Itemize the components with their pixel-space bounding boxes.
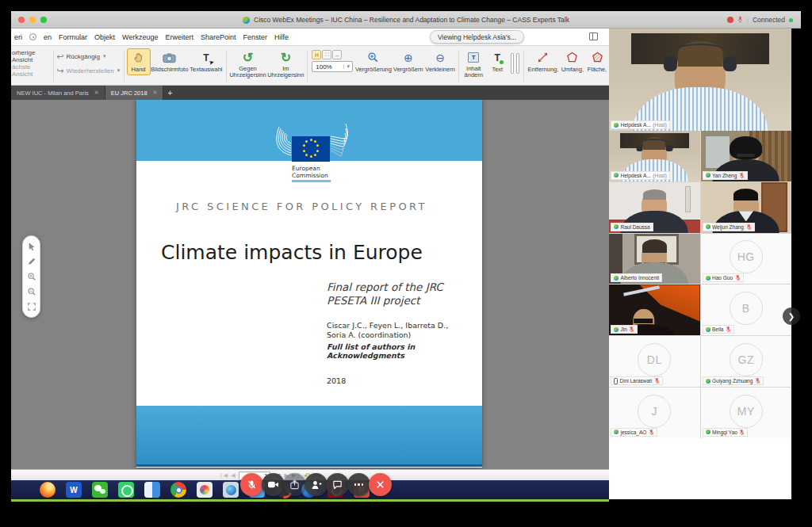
avatar: J xyxy=(638,395,671,428)
photos-dock-icon[interactable] xyxy=(197,482,213,498)
webex-attendee-icon xyxy=(706,327,710,332)
menu-werkzeuge[interactable]: Werkzeuge xyxy=(122,33,158,41)
more-icon xyxy=(354,483,364,486)
participant-name-label: Guiyang Zzhuang xyxy=(703,376,764,385)
chrome-dock-icon[interactable] xyxy=(170,482,186,498)
participant-tile-alberto-innocenti[interactable]: Alberto Innocenti xyxy=(609,234,700,285)
document-viewport[interactable]: European Commission JRC SCIENCE FOR POLI… xyxy=(11,100,609,469)
tab-eu-jrc-2018[interactable]: EU JRC 2018✕ xyxy=(105,86,164,100)
word-dock-icon[interactable]: W xyxy=(66,482,82,498)
mute-button[interactable] xyxy=(240,473,263,496)
pointer-tool-icon[interactable] xyxy=(27,242,36,251)
leave-meeting-button[interactable] xyxy=(369,473,392,496)
participant-tile-mingqi-yao[interactable]: MY Mingqi Yao xyxy=(701,388,792,438)
menubar: eri en Formular Objekt Werkzeuge Erweite… xyxy=(11,29,609,46)
participant-name-label: Jin xyxy=(611,325,638,334)
zoom-level-select[interactable]: 100%▼ xyxy=(312,61,353,72)
close-tab-icon[interactable]: ✕ xyxy=(153,90,158,96)
zoom-in-button[interactable]: ⊕ Vergrößern xyxy=(393,48,424,75)
tab-new-iuc[interactable]: NEW IUC - Milan and Paris✕ xyxy=(11,86,105,100)
actual-size-button[interactable]: H xyxy=(312,50,321,59)
add-text-button[interactable]: T Text xyxy=(485,48,509,75)
measure-perimeter-button[interactable]: Umfang, xyxy=(560,48,585,75)
active-speaker-tile[interactable]: Helpdesk A... (Host) xyxy=(609,29,791,131)
muted-mic-icon xyxy=(735,274,741,281)
participant-tile-jin[interactable]: Jin xyxy=(609,285,700,335)
viewing-banner: Viewing Helpdesk Asia's... xyxy=(430,30,524,44)
hand-icon xyxy=(133,51,144,64)
menu-formular[interactable]: Formular xyxy=(59,33,87,41)
camera-button[interactable] xyxy=(262,473,285,496)
share-button[interactable] xyxy=(283,473,306,496)
fit-width-button[interactable]: ↔ xyxy=(332,50,342,59)
fit-page-button[interactable]: ⛶ xyxy=(322,50,331,59)
edit-content-button[interactable]: T Inhaltändern xyxy=(462,48,485,82)
undo-group: ↩ Rückgängig▼ ↪ Wiederherstellen▼ xyxy=(56,48,121,76)
participants-button[interactable] xyxy=(304,473,327,496)
menu-erweitert[interactable]: Erweitert xyxy=(165,33,193,41)
muted-mic-icon xyxy=(649,429,654,436)
webex-attendee-icon xyxy=(706,224,710,229)
participant-tile-weijun-zhang[interactable]: Weijun Zhang xyxy=(701,182,792,233)
text-select-button[interactable]: T➤ Textauswahl xyxy=(189,48,224,75)
menu-fenster[interactable]: Fenster xyxy=(243,33,267,41)
hand-tool-button[interactable]: Hand xyxy=(127,48,151,75)
participant-name-label: jessica_AO xyxy=(611,428,657,437)
zoom-in-tool-icon[interactable] xyxy=(27,272,36,281)
menu-fragment-right[interactable]: en xyxy=(44,33,52,41)
chat-button[interactable] xyxy=(326,473,349,496)
first-page-icon[interactable]: ❘◀ xyxy=(219,472,228,479)
menu-fragment-left[interactable]: eri xyxy=(14,33,22,41)
firefox-dock-icon[interactable] xyxy=(40,482,56,498)
participant-tile-hao-guo[interactable]: HG Hao Guo xyxy=(701,234,792,285)
participant-tile-yan-zheng[interactable]: Yan Zheng xyxy=(701,131,792,181)
next-view-button[interactable]: ächste Ansicht xyxy=(12,65,51,76)
participant-tile-helpdesk[interactable]: Helpdesk A... (Host) xyxy=(609,131,700,181)
chevron-right-icon: ❯ xyxy=(788,312,795,321)
previous-page-icon[interactable]: ◀ xyxy=(231,472,235,479)
expand-tool-icon[interactable] xyxy=(27,302,36,311)
participant-tile-bella[interactable]: B Bella xyxy=(701,285,792,335)
sidebar-toggle-icon[interactable] xyxy=(589,32,598,40)
muted-mic-icon xyxy=(737,16,743,24)
whatsapp-dock-icon[interactable] xyxy=(118,482,134,498)
menu-hilfe[interactable]: Hilfe xyxy=(274,33,289,41)
participant-name-label: Yan Zheng xyxy=(703,171,748,180)
close-tab-icon[interactable]: ✕ xyxy=(94,90,99,96)
webex-logo-icon xyxy=(243,17,250,24)
menu-sharepoint[interactable]: SharePoint xyxy=(201,33,236,41)
measure-distance-button[interactable]: Entfernung, xyxy=(527,48,559,75)
maps-dock-icon[interactable] xyxy=(223,482,239,498)
redo-button[interactable]: ↪ Wiederherstellen▼ xyxy=(56,65,121,76)
participant-tile-dini-laraswati[interactable]: DL Dini Laraswati xyxy=(609,336,700,387)
webex-attendee-icon xyxy=(614,327,619,332)
zoom-out-tool-icon[interactable] xyxy=(27,287,36,296)
marquee-zoom-button[interactable]: Vergrößerung xyxy=(354,48,392,75)
redo-icon: ↪ xyxy=(56,66,63,76)
muted-mic-icon xyxy=(739,172,745,179)
zoom-out-button[interactable]: ⊖ Verkleinern xyxy=(424,48,456,75)
participant-tile-jessica-ao[interactable]: J jessica_AO xyxy=(609,388,700,438)
share-icon xyxy=(289,479,300,490)
pen-tool-icon[interactable] xyxy=(27,257,36,266)
participant-tile-raul-daussa[interactable]: Raul Daussa xyxy=(609,182,700,233)
wechat-dock-icon[interactable] xyxy=(92,482,108,498)
muted-mic-icon xyxy=(755,377,760,384)
participant-name-label: Dini Laraswati xyxy=(611,376,663,385)
measure-area-button[interactable]: Fläche, xyxy=(585,48,609,75)
new-tab-button[interactable]: + xyxy=(163,86,176,100)
magnifier-icon xyxy=(367,51,379,64)
participant-tile-guiyang-zhuang[interactable]: GZ Guiyang Zzhuang xyxy=(701,336,792,387)
more-options-button[interactable] xyxy=(347,473,370,496)
previous-view-button[interactable]: orherige Ansicht xyxy=(12,51,51,62)
rotate-ccw-button[interactable]: ↺ GegenUhrzeigersinn xyxy=(229,48,267,82)
finder-dock-icon[interactable] xyxy=(144,482,160,498)
menu-objekt[interactable]: Objekt xyxy=(94,33,115,41)
screenshot-button[interactable]: Bildschirmfoto xyxy=(151,48,190,75)
rotate-cw-icon: ↻ xyxy=(281,51,291,64)
undo-button[interactable]: ↩ Rückgängig▼ xyxy=(56,51,121,62)
next-participants-page-button[interactable]: ❯ xyxy=(783,307,800,325)
area-icon xyxy=(592,51,603,64)
rotate-cw-button[interactable]: ↻ ImUhrzeigersinn xyxy=(266,48,304,82)
avatar: MY xyxy=(730,395,763,428)
